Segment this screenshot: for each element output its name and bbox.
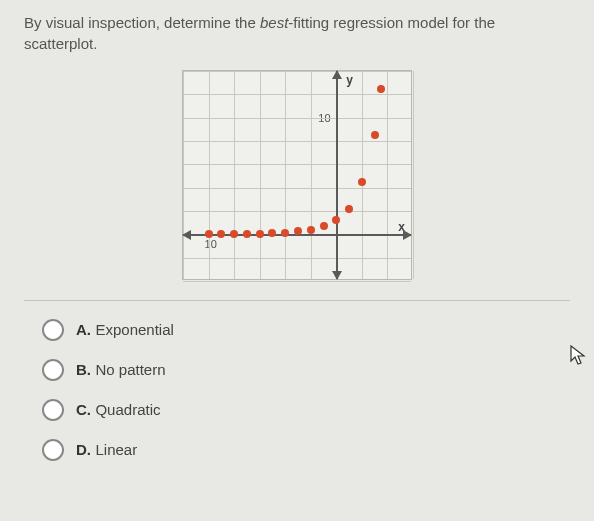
data-point xyxy=(217,230,225,238)
y-axis-label: y xyxy=(346,73,353,87)
radio-button[interactable] xyxy=(42,399,64,421)
data-point xyxy=(307,226,315,234)
option-b[interactable]: B. No pattern xyxy=(42,359,570,381)
cursor-icon xyxy=(570,345,588,371)
question-prompt: By visual inspection, determine the best… xyxy=(24,12,570,54)
x-tick-neg10: 10 xyxy=(205,238,217,250)
answer-options: A. ExponentialB. No patternC. QuadraticD… xyxy=(24,319,570,461)
data-point xyxy=(320,222,328,230)
data-point xyxy=(377,85,385,93)
option-letter: A. xyxy=(76,321,91,338)
data-point xyxy=(294,227,302,235)
data-point xyxy=(268,229,276,237)
data-point xyxy=(205,230,213,238)
data-point xyxy=(332,216,340,224)
scatterplot-container: y x 10 10 xyxy=(24,70,570,280)
radio-button[interactable] xyxy=(42,439,64,461)
radio-button[interactable] xyxy=(42,319,64,341)
data-point xyxy=(281,229,289,237)
option-letter: C. xyxy=(76,401,91,418)
data-point xyxy=(345,205,353,213)
divider-line xyxy=(24,300,570,301)
option-text: No pattern xyxy=(95,361,165,378)
data-point xyxy=(371,131,379,139)
option-d[interactable]: D. Linear xyxy=(42,439,570,461)
option-text: Linear xyxy=(95,441,137,458)
option-text: Quadratic xyxy=(95,401,160,418)
data-point xyxy=(230,230,238,238)
data-point xyxy=(358,178,366,186)
radio-button[interactable] xyxy=(42,359,64,381)
scatterplot: y x 10 10 xyxy=(182,70,412,280)
data-point xyxy=(256,230,264,238)
option-letter: B. xyxy=(76,361,91,378)
option-a[interactable]: A. Exponential xyxy=(42,319,570,341)
option-c[interactable]: C. Quadratic xyxy=(42,399,570,421)
option-letter: D. xyxy=(76,441,91,458)
data-point xyxy=(243,230,251,238)
option-text: Exponential xyxy=(95,321,173,338)
